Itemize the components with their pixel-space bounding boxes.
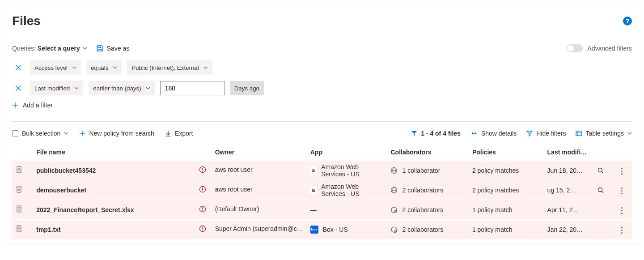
filter-op-chip[interactable]: earlier than (days)	[89, 81, 154, 95]
new-policy-button[interactable]: New policy from search	[79, 130, 154, 137]
owner-cell: aws root user	[212, 161, 307, 180]
filter-op-label: equals	[91, 64, 108, 71]
filter-field-label: Last modified	[34, 85, 70, 92]
close-icon	[16, 65, 21, 70]
globe-icon	[390, 187, 398, 194]
remove-filter-button[interactable]	[12, 82, 25, 94]
filter-value-chip[interactable]: Public (Internet), External	[127, 60, 212, 75]
bulk-selection-label: Bulk selection	[22, 130, 60, 137]
globe-icon	[390, 167, 398, 174]
queries-label: Queries:	[12, 45, 36, 52]
advanced-filters-toggle[interactable]	[567, 44, 583, 52]
new-policy-label: New policy from search	[89, 130, 154, 137]
policies-cell: 2 policy matches	[469, 180, 544, 200]
file-name-cell: demouserbucket	[33, 180, 195, 200]
row-more-button[interactable]	[616, 224, 628, 237]
export-button[interactable]: Export	[165, 130, 193, 137]
close-icon	[16, 85, 21, 91]
add-filter-label: Add a filter	[23, 102, 53, 109]
file-name-cell: tmp1.txt	[33, 220, 195, 239]
collab-cell: 2 collaborators	[387, 180, 468, 200]
add-filter-button[interactable]: Add a filter	[12, 102, 632, 109]
show-details-button[interactable]: Show details	[470, 130, 517, 137]
filter-outline-icon	[526, 130, 533, 136]
col-app[interactable]: App	[307, 144, 387, 161]
filter-value-label: Public (Internet), External	[131, 64, 199, 71]
col-collaborators[interactable]: Collaborators	[387, 144, 468, 161]
row-more-button[interactable]	[616, 184, 628, 197]
row-more-button[interactable]	[616, 165, 628, 177]
col-owner[interactable]: Owner	[212, 144, 307, 161]
filter-row: Last modified earlier than (days) Days a…	[12, 81, 632, 95]
filter-row: Access level equals Public (Internet), E…	[12, 60, 632, 75]
collab-cell: 2 collaborators	[387, 200, 468, 220]
bulk-selection-button[interactable]: Bulk selection	[12, 130, 68, 137]
chevron-down-icon	[113, 66, 117, 69]
filter-field-chip[interactable]: Last modified	[30, 81, 83, 95]
chevron-down-icon	[74, 87, 79, 90]
warning-icon	[199, 225, 206, 232]
file-icon	[16, 205, 23, 213]
app-cell: boxBox - US	[307, 220, 387, 239]
filter-field-label: Access level	[34, 64, 68, 71]
file-icon	[16, 166, 23, 173]
filter-op-chip[interactable]: equals	[86, 60, 122, 75]
row-more-button[interactable]	[616, 204, 628, 217]
modified-cell: ug 15, 2…	[544, 180, 591, 200]
table-icon	[576, 130, 582, 136]
plus-icon	[79, 130, 85, 136]
save-as-button[interactable]: Save as	[96, 45, 130, 52]
file-icon	[16, 186, 23, 193]
aws-icon: a	[310, 186, 317, 194]
results-count: 1 - 4 of 4 files	[411, 130, 461, 137]
filter-op-label: earlier than (days)	[93, 85, 141, 92]
filter-field-chip[interactable]: Access level	[30, 60, 81, 75]
table-row[interactable]: 2022_FinanceReport_Secret.xlsx(Default O…	[12, 200, 632, 220]
hide-filters-label: Hide filters	[536, 130, 566, 137]
row-search-button[interactable]	[594, 184, 607, 196]
advanced-filters-label: Advanced filters	[587, 45, 632, 52]
col-last-modified[interactable]: Last modifi…	[544, 144, 591, 161]
filter-unit-chip[interactable]: Days ago	[230, 81, 264, 95]
table-row[interactable]: demouserbucketaws root useraAmazon Web S…	[12, 180, 632, 200]
search-icon	[597, 167, 604, 174]
row-search-button[interactable]	[594, 164, 607, 177]
app-cell: aAmazon Web Services - US	[307, 161, 387, 180]
file-name-cell: publicbucket453542	[33, 161, 195, 180]
files-table: File name Owner App Collaborators Polici…	[12, 144, 632, 239]
plus-icon	[12, 102, 18, 108]
show-details-label: Show details	[481, 130, 517, 137]
modified-cell: Jun 18, 20…	[544, 161, 591, 180]
share-icon	[390, 226, 398, 233]
remove-filter-button[interactable]	[12, 61, 25, 74]
collab-cell: 1 collaborator	[387, 161, 468, 180]
arrows-h-icon	[470, 131, 478, 136]
owner-cell: Super Admin (superadmin@c…	[212, 220, 307, 239]
chevron-down-icon	[627, 132, 632, 135]
more-icon	[621, 188, 623, 194]
table-settings-button[interactable]: Table settings	[576, 130, 632, 137]
file-name-cell: 2022_FinanceReport_Secret.xlsx	[33, 200, 195, 220]
table-row[interactable]: tmp1.txtSuper Admin (superadmin@c…boxBox…	[12, 220, 632, 239]
save-as-label: Save as	[107, 45, 130, 52]
export-label: Export	[175, 130, 193, 137]
collab-cell: 2 collaborators	[387, 220, 468, 239]
chevron-down-icon	[72, 66, 76, 69]
policies-cell: 2 policy matches	[469, 161, 544, 180]
checkbox-icon	[12, 130, 18, 136]
modified-cell: Apr 11, 2…	[544, 200, 591, 220]
queries-picker[interactable]: Queries: Select a query	[12, 45, 87, 52]
col-file-name[interactable]: File name	[33, 144, 195, 161]
page-title: Files	[12, 14, 41, 28]
policies-cell: 1 policy match	[469, 220, 544, 239]
app-cell: —	[307, 200, 387, 220]
table-row[interactable]: publicbucket453542aws root useraAmazon W…	[12, 161, 632, 180]
share-icon	[390, 206, 398, 213]
filter-days-input[interactable]	[160, 81, 225, 95]
help-icon[interactable]: ?	[623, 17, 632, 26]
hide-filters-button[interactable]: Hide filters	[526, 130, 566, 137]
chevron-down-icon	[83, 47, 87, 50]
col-policies[interactable]: Policies	[469, 144, 544, 161]
chevron-down-icon	[146, 87, 150, 90]
owner-cell: (Default Owner)	[212, 200, 307, 220]
